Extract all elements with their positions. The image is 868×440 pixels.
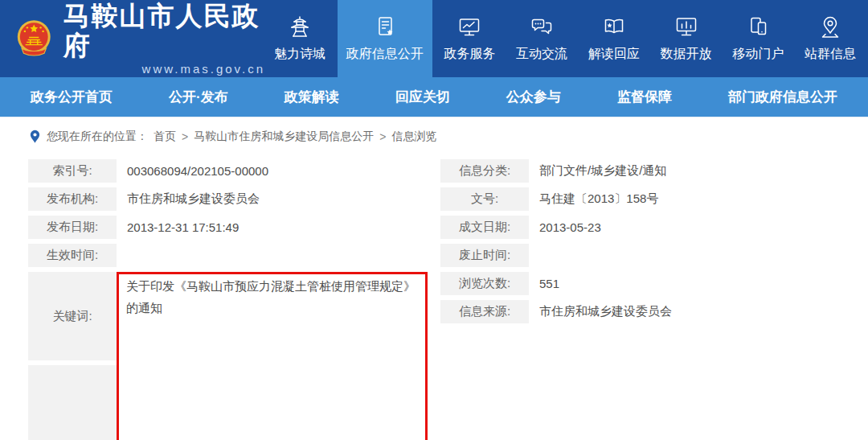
pagoda-icon [287, 14, 313, 40]
field-value: 003068094/202105-00000 [117, 159, 428, 183]
meta-left-column: 索引号: 003068094/202105-00000 发布机构: 市住房和城乡… [28, 159, 428, 440]
location-pin-icon [29, 130, 41, 144]
field-label: 信息来源: [440, 300, 529, 323]
table-row-issuing-agency: 发布机构: 市住房和城乡建设委员会 [28, 187, 428, 211]
field-label: 生效时间: [28, 244, 117, 267]
subnav-item-dept-info-disclosure[interactable]: 部门政府信息公开 [728, 88, 837, 106]
field-value: 551 [529, 272, 840, 295]
field-label: 成文日期: [440, 216, 529, 239]
open-book-star-icon [601, 14, 627, 40]
top-nav-item-charming-city[interactable]: 魅力诗城 [265, 0, 334, 77]
top-nav-label: 数据开放 [661, 46, 712, 63]
field-value [117, 244, 428, 267]
field-label: 索引号: [28, 159, 117, 183]
field-label: 发布日期: [28, 216, 117, 239]
table-row-info-category: 信息分类: 部门文件/城乡建设/通知 [440, 159, 840, 183]
top-nav-label: 政府信息公开 [346, 46, 424, 63]
site-header: 马鞍山市人民政府 www.mas.gov.cn 魅力诗城 政府信息公开 [0, 0, 868, 77]
table-row-repeal-date: 废止时间: [440, 244, 840, 267]
document-meta-table: 索引号: 003068094/202105-00000 发布机构: 市住房和城乡… [28, 159, 840, 440]
top-nav-item-mobile-portal[interactable]: 移动门户 [723, 0, 792, 77]
top-nav: 魅力诗城 政府信息公开 政务服务 [265, 0, 868, 77]
breadcrumb-prefix: 您现在所在的位置： [47, 130, 148, 144]
field-value: 2013-12-31 17:51:49 [117, 216, 428, 239]
chat-bubbles-icon [529, 14, 555, 40]
location-pin-icon [817, 14, 843, 40]
top-nav-label: 互动交流 [516, 46, 567, 63]
subnav-item-supervision[interactable]: 监督保障 [617, 88, 672, 106]
top-nav-item-site-group[interactable]: 站群信息 [796, 0, 865, 77]
table-row-effective-date: 生效时间: [28, 244, 428, 267]
top-nav-item-open-data[interactable]: 数据开放 [652, 0, 721, 77]
subnav: 政务公开首页 公开·发布 政策解读 回应关切 公众参与 监督保障 部门政府信息公… [0, 77, 868, 117]
table-row-written-date: 成文日期: 2013-05-23 [440, 216, 840, 239]
table-row-index-number: 索引号: 003068094/202105-00000 [28, 159, 428, 183]
field-value: 2013-05-23 [529, 216, 840, 239]
top-nav-item-interaction[interactable]: 互动交流 [507, 0, 576, 77]
table-row-keywords: 关键词: 关于印发《马鞍山市预应力混凝土管桩使用管理规定》的通知 [28, 272, 428, 440]
top-nav-item-interpretation[interactable]: 解读回应 [579, 0, 649, 77]
field-label: 发布机构: [28, 187, 117, 211]
meta-right-column: 信息分类: 部门文件/城乡建设/通知 文号: 马住建〔2013〕158号 成文日… [440, 159, 840, 440]
site-url: www.mas.gov.cn [63, 62, 266, 76]
site-brand-link[interactable]: 马鞍山市人民政府 www.mas.gov.cn [0, 0, 265, 77]
document-star-icon [372, 14, 398, 40]
top-nav-label: 解读回应 [588, 46, 640, 63]
table-row-document-number: 文号: 马住建〔2013〕158号 [440, 187, 840, 211]
breadcrumb: 您现在所在的位置： 首页 > 马鞍山市住房和城乡建设局信息公开 > 信息浏览 [0, 117, 868, 156]
table-row-view-count: 浏览次数: 551 [440, 272, 840, 295]
breadcrumb-separator: > [379, 130, 386, 143]
field-label: 信息分类: [440, 159, 529, 183]
field-label-empty [28, 365, 117, 440]
field-value: 市住房和城乡建设委员会 [529, 300, 840, 323]
table-row-publish-date: 发布日期: 2013-12-31 17:51:49 [28, 216, 428, 239]
breadcrumb-link-bureau-disclosure[interactable]: 马鞍山市住房和城乡建设局信息公开 [194, 130, 374, 144]
field-value: 马住建〔2013〕158号 [529, 187, 840, 211]
national-emblem-logo [14, 17, 54, 60]
field-label: 废止时间: [440, 244, 529, 267]
mobile-devices-icon [745, 14, 771, 40]
subnav-item-publish[interactable]: 公开·发布 [169, 88, 228, 106]
top-nav-label: 站群信息 [805, 46, 856, 63]
field-label: 文号: [440, 187, 529, 211]
keyword-highlight-box: 关于印发《马鞍山市预应力混凝土管桩使用管理规定》的通知 [117, 272, 428, 440]
breadcrumb-link-home[interactable]: 首页 [154, 130, 176, 144]
breadcrumb-current-page: 信息浏览 [391, 130, 436, 144]
top-nav-label: 移动门户 [732, 46, 784, 63]
top-nav-item-gov-info-disclosure[interactable]: 政府信息公开 [338, 0, 432, 77]
table-row-info-source: 信息来源: 市住房和城乡建设委员会 [440, 300, 840, 323]
breadcrumb-separator: > [182, 130, 188, 143]
field-value: 部门文件/城乡建设/通知 [529, 159, 840, 183]
top-nav-item-gov-services[interactable]: 政务服务 [435, 0, 504, 77]
monitor-trend-icon [457, 14, 482, 40]
subnav-item-public-participation[interactable]: 公众参与 [506, 88, 561, 106]
top-nav-label: 魅力诗城 [274, 46, 326, 63]
field-label: 关键词: [28, 272, 117, 360]
field-value [529, 244, 840, 267]
subnav-item-open-gov-home[interactable]: 政务公开首页 [31, 88, 113, 106]
subnav-item-policy-interpretation[interactable]: 政策解读 [285, 88, 339, 106]
top-nav-label: 政务服务 [444, 46, 495, 63]
field-value: 市住房和城乡建设委员会 [117, 187, 428, 211]
monitor-bars-icon [674, 14, 699, 40]
subnav-item-responses[interactable]: 回应关切 [395, 88, 450, 106]
field-label: 浏览次数: [440, 272, 529, 295]
site-title: 马鞍山市人民政府 [63, 2, 266, 60]
